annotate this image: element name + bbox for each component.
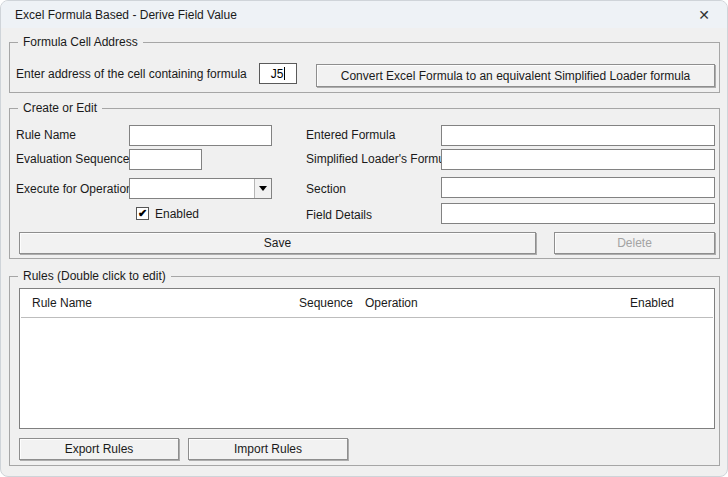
dropdown-button[interactable] <box>254 179 271 198</box>
field-details-label: Field Details <box>306 208 372 222</box>
column-header-operation: Operation <box>365 296 418 310</box>
rules-list[interactable]: Rule Name Sequence Operation Enabled <box>19 288 715 429</box>
section-label: Section <box>306 182 346 196</box>
rule-name-label: Rule Name <box>16 128 76 142</box>
simplified-loader-formula-label: Simplified Loader's Formula <box>306 152 454 166</box>
text-caret <box>284 67 285 80</box>
create-or-edit-legend: Create or Edit <box>18 101 102 115</box>
evaluation-sequence-label: Evaluation Sequence <box>16 152 129 166</box>
rule-name-input[interactable] <box>129 125 272 146</box>
dialog-window: Excel Formula Based - Derive Field Value… <box>0 0 728 477</box>
enabled-checkbox[interactable]: ✔ <box>136 207 149 220</box>
field-details-input[interactable] <box>441 203 715 224</box>
column-header-sequence: Sequence <box>299 296 353 310</box>
convert-formula-button[interactable]: Convert Excel Formula to an equivalent S… <box>316 64 715 87</box>
delete-button[interactable]: Delete <box>554 232 715 254</box>
column-header-rule-name: Rule Name <box>32 296 92 310</box>
column-header-enabled: Enabled <box>630 296 674 310</box>
cell-address-input[interactable]: J5 <box>259 63 297 84</box>
formula-cell-address-legend: Formula Cell Address <box>18 35 143 49</box>
chevron-down-icon <box>259 186 267 191</box>
entered-formula-label: Entered Formula <box>306 128 395 142</box>
checkmark-icon: ✔ <box>138 208 147 219</box>
cell-address-label: Enter address of the cell containing for… <box>16 67 247 81</box>
title-bar: Excel Formula Based - Derive Field Value <box>1 1 727 28</box>
section-input[interactable] <box>441 177 715 198</box>
simplified-loader-formula-input[interactable] <box>441 149 715 170</box>
close-icon[interactable]: ✕ <box>681 1 727 28</box>
save-button[interactable]: Save <box>19 232 536 254</box>
execute-for-operation-dropdown[interactable] <box>129 178 272 199</box>
evaluation-sequence-input[interactable] <box>129 149 202 170</box>
header-separator <box>21 317 713 318</box>
enabled-label: Enabled <box>155 208 199 219</box>
execute-for-operation-label: Execute for Operation <box>16 182 133 196</box>
import-rules-button[interactable]: Import Rules <box>188 438 348 460</box>
entered-formula-input[interactable] <box>441 125 715 146</box>
window-title: Excel Formula Based - Derive Field Value <box>15 8 237 22</box>
export-rules-button[interactable]: Export Rules <box>19 438 179 460</box>
cell-address-value: J5 <box>271 67 284 81</box>
rules-legend: Rules (Double click to edit) <box>18 269 171 283</box>
